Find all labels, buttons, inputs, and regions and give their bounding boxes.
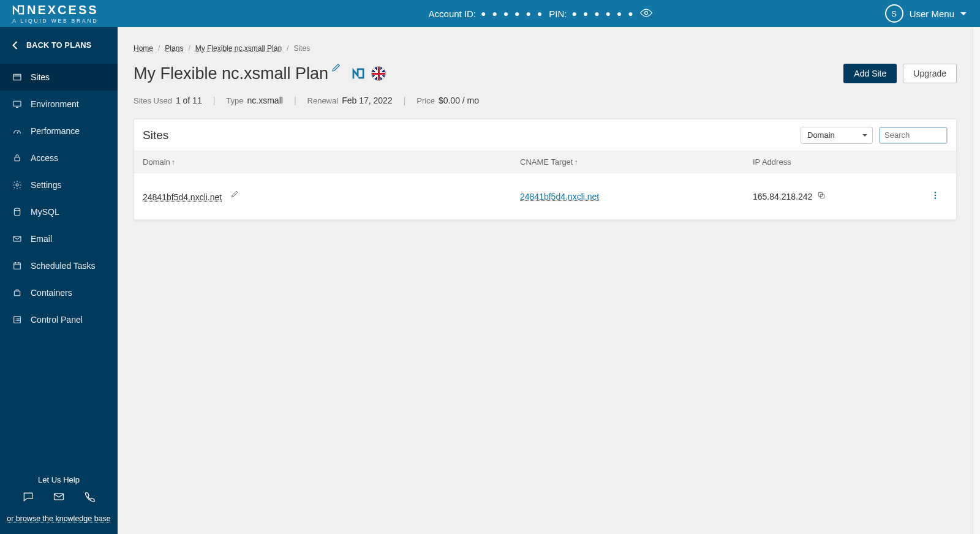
sidebar-item-email[interactable]: Email — [0, 225, 118, 252]
svg-rect-19 — [55, 494, 64, 500]
chevron-left-icon — [12, 41, 18, 50]
row-actions-menu[interactable] — [930, 190, 940, 202]
sidebar-item-label: Email — [31, 234, 52, 244]
pin-masked: ● ● ● ● ● ● — [571, 9, 635, 18]
scheduled-tasks-icon — [12, 261, 22, 271]
sidebar-item-label: Containers — [31, 288, 72, 298]
svg-point-7 — [16, 184, 18, 186]
containers-icon — [12, 288, 22, 298]
mysql-icon — [12, 207, 22, 217]
column-cname[interactable]: CNAME Target↑ — [520, 157, 753, 167]
performance-icon — [12, 126, 22, 136]
control-panel-icon — [12, 315, 22, 325]
user-menu[interactable]: S User Menu — [885, 4, 967, 23]
edit-title-icon[interactable] — [331, 62, 342, 73]
domain-link[interactable]: 24841bf5d4.nxcli.net — [143, 192, 222, 202]
help-title: Let Us Help — [6, 475, 111, 484]
svg-rect-6 — [15, 157, 20, 161]
topbar: NEXCESS A LIQUID WEB BRAND Account ID: ●… — [0, 0, 980, 27]
filter-select-value: Domain — [807, 130, 835, 140]
sidebar-item-label: MySQL — [31, 207, 59, 217]
sidebar: BACK TO PLANS Sites Environment Performa… — [0, 27, 118, 534]
sidebar-item-control-panel[interactable]: Control Panel — [0, 306, 118, 333]
svg-point-0 — [644, 11, 647, 14]
sidebar-item-label: Sites — [31, 72, 50, 82]
knowledge-base-link[interactable]: or browse the knowledge base — [6, 514, 111, 523]
account-id-label: Account ID: — [429, 9, 477, 19]
back-to-plans-link[interactable]: BACK TO PLANS — [0, 27, 118, 64]
svg-rect-14 — [14, 291, 20, 295]
column-domain[interactable]: Domain↑ — [134, 157, 520, 167]
nexcess-mini-icon — [352, 67, 365, 80]
sidebar-item-label: Scheduled Tasks — [31, 261, 96, 271]
chat-icon[interactable] — [22, 491, 34, 505]
brand-subtitle: A LIQUID WEB BRAND — [12, 18, 98, 24]
search-input[interactable] — [879, 127, 948, 144]
sidebar-item-settings[interactable]: Settings — [0, 171, 118, 198]
breadcrumb-plans[interactable]: Plans — [165, 44, 183, 53]
price-label: Price — [417, 96, 435, 105]
add-site-button[interactable]: Add Site — [843, 64, 897, 83]
breadcrumb-current: Sites — [293, 44, 310, 53]
reveal-secrets-icon[interactable] — [640, 7, 652, 21]
phone-icon[interactable] — [83, 491, 96, 505]
brand-name: NEXCESS — [27, 4, 99, 16]
sidebar-item-performance[interactable]: Performance — [0, 118, 118, 145]
breadcrumb: Home / Plans / My Flexible nc.xsmall Pla… — [134, 44, 957, 53]
chevron-down-icon — [960, 12, 967, 15]
account-id-masked: ● ● ● ● ● ● — [481, 9, 544, 18]
renewal-value: Feb 17, 2022 — [342, 96, 393, 105]
sites-card: Sites Domain Domain↑ CNAME Target↑ IP Ad… — [134, 119, 957, 220]
access-icon — [12, 153, 22, 163]
pin-label: PIN: — [549, 9, 567, 19]
settings-icon — [12, 180, 22, 190]
price-value: $0.00 / mo — [439, 96, 479, 105]
sidebar-item-access[interactable]: Access — [0, 145, 118, 171]
sidebar-item-containers[interactable]: Containers — [0, 279, 118, 306]
cname-link[interactable]: 24841bf5d4.nxcli.net — [520, 192, 599, 201]
svg-point-24 — [935, 197, 937, 199]
edit-domain-icon[interactable] — [224, 192, 239, 202]
back-to-plans-label: BACK TO PLANS — [26, 41, 91, 50]
account-block: Account ID: ● ● ● ● ● ● PIN: ● ● ● ● ● ● — [429, 7, 652, 21]
chevron-down-icon — [862, 134, 867, 137]
uk-flag-icon — [371, 66, 386, 81]
sidebar-item-label: Settings — [31, 180, 62, 190]
sidebar-item-scheduled-tasks[interactable]: Scheduled Tasks — [0, 252, 118, 279]
sites-icon — [12, 72, 22, 82]
type-label: Type — [226, 96, 243, 105]
main: Home / Plans / My Flexible nc.xsmall Pla… — [118, 27, 980, 534]
sidebar-nav: Sites Environment Performance Access Set… — [0, 64, 118, 465]
card-header: Sites Domain — [134, 119, 956, 151]
breadcrumb-home[interactable]: Home — [134, 44, 153, 53]
sidebar-item-mysql[interactable]: MySQL — [0, 198, 118, 225]
svg-point-22 — [935, 192, 937, 194]
sidebar-item-sites[interactable]: Sites — [0, 64, 118, 91]
column-ip[interactable]: IP Address — [753, 157, 906, 167]
sidebar-footer: Let Us Help or browse the knowledge base — [0, 465, 118, 534]
email-icon — [12, 234, 22, 244]
environment-icon — [12, 99, 22, 109]
breadcrumb-plan-name[interactable]: My Flexible nc.xsmall Plan — [195, 44, 282, 53]
renewal-label: Renewal — [307, 96, 339, 105]
copy-ip-icon[interactable] — [817, 191, 826, 201]
sidebar-item-label: Control Panel — [31, 315, 83, 325]
ip-value: 165.84.218.242 — [753, 192, 812, 201]
brand-logo[interactable]: NEXCESS A LIQUID WEB BRAND — [12, 4, 99, 24]
svg-point-8 — [14, 208, 20, 211]
sidebar-item-environment[interactable]: Environment — [0, 91, 118, 118]
svg-rect-1 — [13, 74, 21, 80]
table-row: 24841bf5d4.nxcli.net 24841bf5d4.nxcli.ne… — [134, 173, 956, 220]
user-avatar: S — [885, 4, 903, 23]
upgrade-button[interactable]: Upgrade — [903, 64, 957, 83]
nexcess-logo-icon — [12, 5, 24, 15]
table-header: Domain↑ CNAME Target↑ IP Address — [134, 151, 956, 173]
sidebar-item-label: Environment — [31, 99, 79, 109]
svg-rect-15 — [14, 317, 21, 323]
sites-used-value: 1 of 11 — [176, 96, 202, 105]
filter-select[interactable]: Domain — [801, 127, 873, 144]
scrollbar[interactable] — [973, 27, 980, 534]
mail-icon[interactable] — [53, 491, 65, 505]
svg-rect-10 — [14, 263, 21, 269]
page-title: My Flexible nc.xsmall Plan — [134, 64, 328, 83]
